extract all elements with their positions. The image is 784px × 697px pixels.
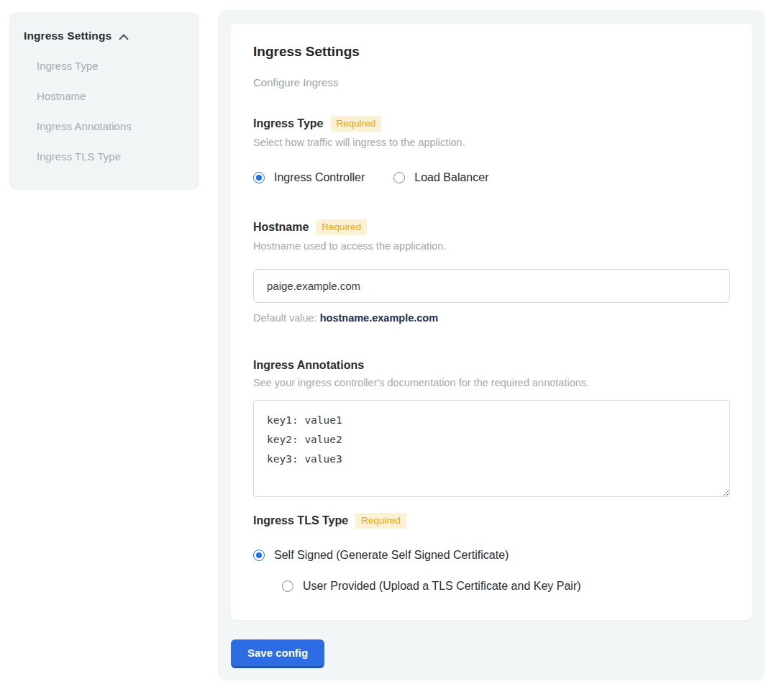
radio-selected-icon[interactable] [253,550,265,561]
sidebar-section-toggle[interactable]: Ingress Settings [24,29,185,42]
hostname-description: Hostname used to access the application. [253,240,730,252]
required-badge: Required [331,116,382,132]
required-badge: Required [355,513,406,529]
page-subtitle: Configure Ingress [253,76,730,88]
chevron-up-icon [119,34,129,40]
radio-user-provided[interactable]: User Provided (Upload a TLS Certificate … [282,580,730,593]
required-badge: Required [316,219,367,235]
ingress-settings-sidebar: Ingress Settings Ingress Type Hostname I… [9,12,199,190]
annotations-description: See your ingress controller's documentat… [253,377,730,388]
radio-load-balancer-label: Load Balancer [414,171,488,184]
sidebar-item-ingress-type[interactable]: Ingress Type [37,60,185,72]
sidebar-item-ingress-tls-type[interactable]: Ingress TLS Type [37,150,185,163]
radio-ingress-controller[interactable]: Ingress Controller [253,171,365,184]
radio-self-signed[interactable]: Self Signed (Generate Self Signed Certif… [253,549,730,562]
radio-load-balancer[interactable]: Load Balancer [393,171,488,184]
config-panel: Ingress Settings Configure Ingress Ingre… [218,10,765,680]
hostname-input[interactable] [253,269,730,303]
default-value-text: hostname.example.com [320,312,438,324]
ingress-type-label: Ingress Type [253,117,324,130]
annotations-section-header: Ingress Annotations [253,359,730,372]
radio-user-provided-label: User Provided (Upload a TLS Certificate … [303,580,581,593]
ingress-type-section-header: Ingress Type Required [253,116,730,132]
ingress-annotations-label: Ingress Annotations [253,359,364,372]
radio-unselected-icon[interactable] [393,172,405,183]
radio-unselected-icon[interactable] [282,580,293,592]
default-value-label: Default value: [253,312,317,324]
hostname-default-line: Default value: hostname.example.com [253,312,730,324]
sidebar-item-hostname[interactable]: Hostname [37,90,185,102]
hostname-label: Hostname [253,221,309,234]
radio-selected-icon[interactable] [253,172,265,183]
annotations-textarea[interactable]: key1: value1 key2: value2 key3: value3 [253,400,730,497]
hostname-section-header: Hostname Required [253,219,730,235]
ingress-type-description: Select how traffic will ingress to the a… [253,137,730,148]
page-title: Ingress Settings [253,44,730,60]
sidebar-item-ingress-annotations[interactable]: Ingress Annotations [37,120,185,132]
ingress-settings-card: Ingress Settings Configure Ingress Ingre… [231,24,752,620]
tls-type-section-header: Ingress TLS Type Required [253,513,730,529]
radio-self-signed-label: Self Signed (Generate Self Signed Certif… [274,549,509,562]
save-config-button[interactable]: Save config [231,639,324,668]
sidebar-section-title: Ingress Settings [24,29,111,42]
ingress-tls-type-label: Ingress TLS Type [253,514,348,527]
radio-ingress-controller-label: Ingress Controller [274,171,365,184]
ingress-type-radio-group: Ingress Controller Load Balancer [253,171,730,184]
